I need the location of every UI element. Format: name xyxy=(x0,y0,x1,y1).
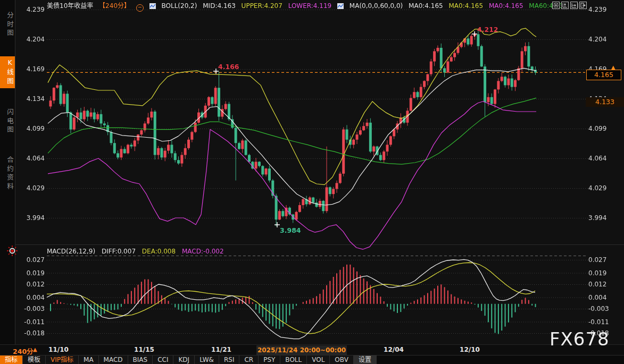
price-axis-label: 4.239 xyxy=(16,6,45,13)
toolbar-tab-设置[interactable]: 设置 xyxy=(354,355,377,364)
toolbar-tab-PSY[interactable]: PSY xyxy=(259,355,280,364)
zoom-y-axis-icon[interactable] xyxy=(561,2,569,9)
boll-label: BOLL(20,2) xyxy=(162,2,197,10)
x-axis-strip: 240分 ▲ 2025/11/24 20:00~00:00 — 11/1011/… xyxy=(0,344,624,355)
sidebar-tab-timeline[interactable]: 分时图 xyxy=(0,10,15,40)
toolbar-tab-OBV[interactable]: OBV xyxy=(330,355,354,364)
macd-macd-value: MACD:-0.002 xyxy=(182,248,224,255)
zoom-x-axis-icon[interactable] xyxy=(570,2,578,9)
price-axis-label: 4.029 xyxy=(588,184,606,192)
boll-upper-value: UPPER:4.207 xyxy=(242,2,282,10)
x-axis-date: 12/10 xyxy=(460,346,480,353)
ma0-white-value: MA0:4.165 xyxy=(409,2,443,10)
ma-label: MA(0,0,0,60,0,0) xyxy=(350,2,403,10)
annotation-4.212: 4.212 xyxy=(477,26,498,33)
macd-axis-label: 0.004 xyxy=(16,294,45,301)
toolbar-tab-KDJ[interactable]: KDJ xyxy=(173,355,195,364)
toolbar-tab-指标[interactable]: 指标 xyxy=(0,355,23,364)
chart-canvas[interactable] xyxy=(0,0,624,364)
period-badge[interactable]: 【240分】 xyxy=(99,2,130,10)
toolbar-tab-BOLL[interactable]: BOLL xyxy=(280,355,307,364)
trading-app-window: 分时图 K线图 闪电图 合约资料 美债10年收益率 【240分】 − BOLL(… xyxy=(0,0,624,364)
macd-axis-label: 0.004 xyxy=(588,294,606,301)
toolbar-tab-CR[interactable]: CR xyxy=(239,355,259,364)
toolbar-tab-MACD[interactable]: MACD xyxy=(99,355,128,364)
indicator-toolbar: 指标模板VIP指标MAMACDBIASCCIKDJLW&RSICRPSYBOLL… xyxy=(0,355,624,364)
x-axis-date: 11/10 xyxy=(48,346,69,353)
boll-mid-value: MID:4.163 xyxy=(203,2,236,10)
x-axis-date: 11/21 xyxy=(211,346,231,353)
toolbar-tab-LW&[interactable]: LW& xyxy=(195,355,219,364)
secondary-price-box: 4.133 xyxy=(586,97,624,107)
price-axis-label: 4.064 xyxy=(588,155,606,162)
toolbar-tab-模板[interactable]: 模板 xyxy=(23,355,46,364)
price-axis-label: 4.064 xyxy=(16,155,45,162)
toolbar-tab-MA[interactable]: MA xyxy=(79,355,99,364)
price-axis-label: 3.994 xyxy=(588,214,606,222)
indicator-settings-icon[interactable] xyxy=(7,246,18,258)
toolbar-tab-RSI[interactable]: RSI xyxy=(219,355,240,364)
ma0-magenta-value: MA0:4.165 xyxy=(489,2,523,10)
price-up-arrow-icon: ▲ xyxy=(611,64,615,70)
price-axis-label: 4.239 xyxy=(588,6,606,13)
period-arrow-icon[interactable]: ▲ xyxy=(33,346,37,352)
left-sidebar: 分时图 K线图 闪电图 合约资料 xyxy=(0,0,15,344)
boll-indicator-icon xyxy=(149,3,156,9)
x-axis-date: 11/15 xyxy=(134,346,154,353)
macd-axis-label: 0.019 xyxy=(588,269,606,277)
macd-axis-label: 0.012 xyxy=(16,281,45,288)
macd-dea-value: DEA:0.008 xyxy=(142,248,176,255)
annotation-4.166: 4.166 xyxy=(218,63,239,71)
collapse-icon[interactable]: − xyxy=(136,4,144,12)
toolbar-tab-VOL[interactable]: VOL xyxy=(307,355,330,364)
price-axis-label: 4.099 xyxy=(16,125,45,132)
sidebar-tab-kline[interactable]: K线图 xyxy=(0,56,15,88)
macd-axis-label: 0.012 xyxy=(588,281,606,288)
hover-date-range: 2025/11/24 20:00~00:00 — xyxy=(256,345,347,355)
macd-axis-label: -0.011 xyxy=(588,318,609,326)
macd-axis-label: -0.018 xyxy=(16,329,45,337)
macd-diff-value: DIFF:0.007 xyxy=(102,248,136,255)
crosshair-icon[interactable] xyxy=(552,2,560,9)
price-axis-label: 4.204 xyxy=(16,36,45,43)
annotation-3.984: 3.984 xyxy=(280,226,301,234)
ma-indicator-icon xyxy=(337,3,344,9)
macd-header: MACD(26,12,9) DIFF:0.007 DEA:0.008 MACD:… xyxy=(47,248,228,255)
price-axis-label: 4.099 xyxy=(588,125,606,132)
chart-tool-icons xyxy=(552,2,587,9)
macd-axis-label: 0.019 xyxy=(16,269,45,277)
macd-axis-label: 0.027 xyxy=(588,256,606,264)
macd-axis-label: -0.011 xyxy=(16,318,45,326)
boll-lower-value: LOWER:4.119 xyxy=(288,2,332,10)
price-axis-label: 4.169 xyxy=(16,65,45,73)
price-axis-label: 4.029 xyxy=(16,184,45,192)
price-axis-label: 4.134 xyxy=(16,95,45,103)
symbol-title: 美债10年收益率 xyxy=(47,2,93,10)
x-axis-date: 12/04 xyxy=(384,346,404,353)
macd-axis-label: -0.003 xyxy=(588,305,609,312)
macd-axis-label: 0.027 xyxy=(16,256,45,264)
indicator-header: 美债10年收益率 【240分】 − BOLL(20,2) MID:4.163 U… xyxy=(47,1,583,12)
ma0-yellow-value: MA0:4.165 xyxy=(449,2,484,10)
price-axis-label: 3.994 xyxy=(16,214,45,222)
fx678-watermark: FX678 xyxy=(550,328,610,350)
toolbar-tab-BIAS[interactable]: BIAS xyxy=(128,355,153,364)
sidebar-tab-contract[interactable]: 合约资料 xyxy=(0,154,15,193)
price-axis-label: 4.204 xyxy=(588,36,606,43)
pop-out-icon[interactable] xyxy=(579,2,587,9)
toolbar-tab-VIP指标[interactable]: VIP指标 xyxy=(46,355,79,364)
toolbar-tab-CCI[interactable]: CCI xyxy=(153,355,173,364)
macd-axis-label: -0.003 xyxy=(16,305,45,312)
sidebar-tab-flash[interactable]: 闪电图 xyxy=(0,106,15,137)
current-price-box: 4.165 xyxy=(586,70,621,80)
macd-label: MACD(26,12,9) xyxy=(47,248,95,255)
